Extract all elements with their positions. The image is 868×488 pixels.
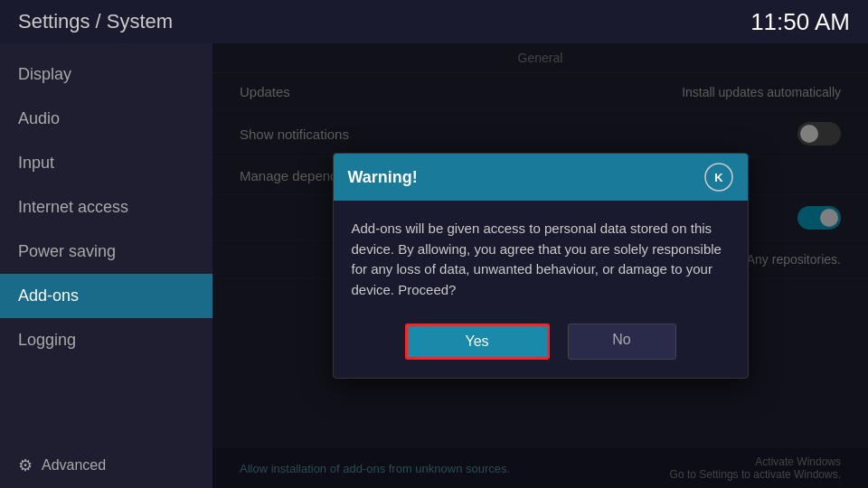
dialog-overlay: Warning! K Add-ons will be given access … <box>212 43 868 488</box>
svg-text:K: K <box>714 171 723 184</box>
dialog-body: Add-ons will be given access to personal… <box>334 201 748 314</box>
dialog-header: Warning! K <box>334 154 748 201</box>
page-title: Settings / System <box>18 10 173 33</box>
app-header: Settings / System 11:50 AM <box>0 0 868 43</box>
sidebar-item-input[interactable]: Input <box>0 141 212 185</box>
sidebar-item-logging[interactable]: Logging <box>0 318 212 362</box>
clock: 11:50 AM <box>750 8 850 36</box>
sidebar-item-display[interactable]: Display <box>0 52 212 97</box>
warning-dialog: Warning! K Add-ons will be given access … <box>333 153 749 379</box>
sidebar: Display Audio Input Internet access Powe… <box>0 43 212 488</box>
yes-button[interactable]: Yes <box>405 324 550 360</box>
main-layout: Display Audio Input Internet access Powe… <box>0 43 868 488</box>
sidebar-item-internet-access[interactable]: Internet access <box>0 185 212 230</box>
sidebar-item-addons[interactable]: Add-ons <box>0 274 212 318</box>
kodi-logo-icon: K <box>704 163 733 192</box>
gear-icon: ⚙ <box>18 455 33 475</box>
content-area: General Updates Install updates automati… <box>212 43 868 488</box>
sidebar-item-audio[interactable]: Audio <box>0 97 212 141</box>
dialog-title: Warning! <box>348 168 418 187</box>
dialog-buttons: Yes No <box>334 314 748 378</box>
sidebar-nav: Display Audio Input Internet access Powe… <box>0 52 212 362</box>
sidebar-item-power-saving[interactable]: Power saving <box>0 230 212 274</box>
advanced-button[interactable]: ⚙ Advanced <box>0 443 212 488</box>
no-button[interactable]: No <box>568 324 676 360</box>
